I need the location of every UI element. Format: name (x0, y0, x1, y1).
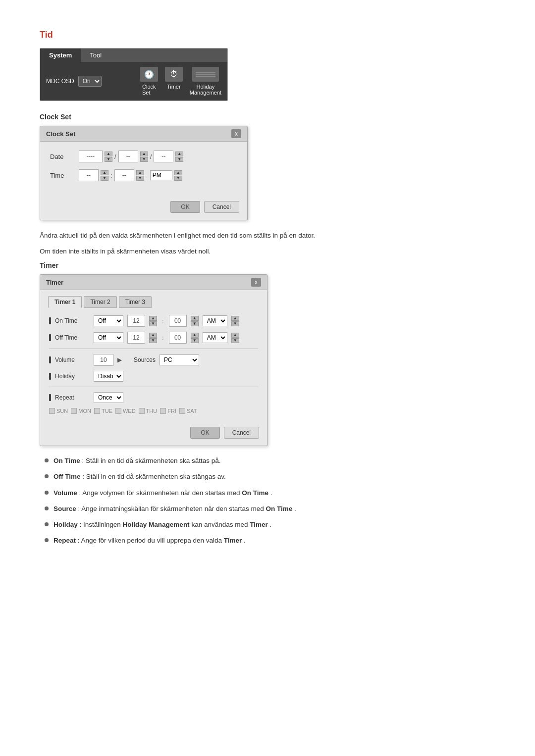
bullet-dot (45, 474, 49, 478)
date-spinner-group: ▲ ▼ / ▲ ▼ / ▲ ▼ (79, 151, 183, 162)
time-min-down[interactable]: ▼ (136, 176, 144, 181)
clock-set-cancel-button[interactable]: Cancel (204, 201, 239, 213)
off-ampm-spinner[interactable]: ▲ ▼ (231, 333, 239, 343)
time-ampm-down[interactable]: ▼ (174, 176, 182, 181)
time-ampm-input[interactable] (150, 170, 172, 180)
day-fri[interactable]: FRI (160, 408, 176, 414)
date-month-input[interactable] (118, 151, 138, 162)
date-month-down[interactable]: ▼ (140, 157, 148, 162)
timer-body: On Time Off On ▲ ▼ : ▲ ▼ AM PM ▲ ▼ (40, 308, 267, 423)
timer-tab-3[interactable]: Timer 3 (119, 296, 152, 308)
repeat-select[interactable]: Once Everyday Mon~Fri Mon~Sat Sat~Sun Ma… (94, 392, 123, 403)
date-day-up[interactable]: ▲ (175, 151, 183, 156)
date-day-spinner[interactable]: ▲ ▼ (175, 151, 183, 162)
on-hour-down[interactable]: ▼ (149, 321, 157, 326)
on-min-up[interactable]: ▲ (191, 316, 199, 321)
date-year-up[interactable]: ▲ (105, 151, 112, 156)
timer-tab-1[interactable]: Timer 1 (48, 296, 82, 308)
timer-tab-2[interactable]: Timer 2 (84, 296, 116, 308)
day-tue-checkbox[interactable] (94, 408, 100, 414)
off-hour-input[interactable] (127, 332, 145, 344)
date-year-down[interactable]: ▼ (105, 157, 112, 162)
on-min-down[interactable]: ▼ (191, 321, 199, 326)
time-hour-down[interactable]: ▼ (101, 176, 108, 181)
off-min-spinner[interactable]: ▲ ▼ (191, 333, 199, 343)
day-fri-checkbox[interactable] (160, 408, 166, 414)
bullet-text-volume: Volume : Ange volymen för skärmenheten n… (54, 488, 272, 498)
day-wed[interactable]: WED (115, 408, 136, 414)
date-day-down[interactable]: ▼ (175, 157, 183, 162)
day-mon-checkbox[interactable] (71, 408, 77, 414)
on-time-row: On Time Off On ▲ ▼ : ▲ ▼ AM PM ▲ ▼ (49, 315, 258, 327)
day-sun[interactable]: SUN (49, 408, 68, 414)
time-ampm-spinner[interactable]: ▲ ▼ (174, 170, 182, 181)
timer-tab-bar: Timer 1 Timer 2 Timer 3 (40, 290, 267, 308)
repeat-desc-post: . (244, 537, 246, 544)
sources-select[interactable]: PC HDMI (160, 354, 199, 365)
on-ampm-down[interactable]: ▼ (231, 321, 239, 326)
timer-close-button[interactable]: x (251, 278, 261, 287)
time-hour-spinner[interactable]: ▲ ▼ (101, 170, 108, 181)
on-ampm-up[interactable]: ▲ (231, 316, 239, 321)
time-label: Time (50, 172, 75, 179)
date-row: Date ▲ ▼ / ▲ ▼ / ▲ ▼ (50, 151, 237, 162)
repeat-row: Repeat Once Everyday Mon~Fri Mon~Sat Sat… (49, 392, 258, 403)
time-min-spinner[interactable]: ▲ ▼ (136, 170, 144, 181)
off-min-down[interactable]: ▼ (191, 338, 199, 343)
on-hour-input[interactable] (127, 315, 145, 327)
bullet-item-repeat: Repeat : Ange för vilken period du vill … (45, 536, 495, 546)
day-thu[interactable]: THU (139, 408, 158, 414)
on-min-input[interactable] (169, 315, 187, 327)
time-min-up[interactable]: ▲ (136, 170, 144, 175)
off-min-input[interactable] (169, 332, 187, 344)
on-time-select[interactable]: Off On (94, 315, 123, 326)
day-tue[interactable]: TUE (94, 408, 112, 414)
off-ampm-select[interactable]: AM PM (203, 332, 227, 343)
time-ampm-up[interactable]: ▲ (174, 170, 182, 175)
on-hour-spinner[interactable]: ▲ ▼ (149, 316, 157, 326)
day-wed-checkbox[interactable] (115, 408, 121, 414)
bullet-dot (45, 538, 49, 542)
date-month-spinner[interactable]: ▲ ▼ (140, 151, 148, 162)
clock-set-ok-button[interactable]: OK (170, 201, 200, 213)
on-hour-up[interactable]: ▲ (149, 316, 157, 321)
clock-set-close-button[interactable]: x (231, 129, 241, 138)
off-time-select[interactable]: Off On (94, 332, 123, 343)
mdc-tab-system[interactable]: System (40, 49, 81, 62)
off-ampm-down[interactable]: ▼ (231, 338, 239, 343)
on-ampm-select[interactable]: AM PM (203, 315, 227, 326)
date-month-up[interactable]: ▲ (140, 151, 148, 156)
holiday-bold: Holiday (54, 521, 78, 528)
off-hour-spinner[interactable]: ▲ ▼ (149, 333, 157, 343)
date-year-input[interactable] (79, 151, 103, 162)
on-min-spinner[interactable]: ▲ ▼ (191, 316, 199, 326)
volume-input[interactable] (94, 354, 113, 366)
timer-cancel-button[interactable]: Cancel (224, 427, 259, 439)
volume-desc-post: . (270, 489, 272, 497)
mdc-clock-set-icon[interactable]: 🕐 ClockSet (140, 67, 158, 96)
time-hour-up[interactable]: ▲ (101, 170, 108, 175)
off-hour-down[interactable]: ▼ (149, 338, 157, 343)
date-year-spinner[interactable]: ▲ ▼ (105, 151, 112, 162)
day-sat[interactable]: SAT (179, 408, 197, 414)
holiday-desc-post: . (270, 521, 272, 528)
time-hour-input[interactable] (79, 169, 99, 181)
mdc-timer-icon[interactable]: ⏱ Timer (165, 67, 183, 96)
time-min-input[interactable] (114, 169, 134, 181)
off-hour-up[interactable]: ▲ (149, 333, 157, 338)
day-mon[interactable]: MON (71, 408, 91, 414)
mdc-tab-tool[interactable]: Tool (81, 49, 110, 62)
timer-ok-button[interactable]: OK (190, 427, 219, 439)
day-mon-label: MON (78, 408, 91, 414)
holiday-select[interactable]: Disable Enable (94, 371, 123, 382)
on-ampm-spinner[interactable]: ▲ ▼ (231, 316, 239, 326)
clock-set-sublabel: Clock Set (40, 113, 495, 121)
mdc-osd-select[interactable]: On Off (78, 76, 102, 87)
date-day-input[interactable] (154, 151, 173, 162)
day-sun-checkbox[interactable] (49, 408, 55, 414)
day-thu-checkbox[interactable] (139, 408, 145, 414)
mdc-holiday-icon[interactable]: HolidayManagement (190, 67, 221, 96)
off-ampm-up[interactable]: ▲ (231, 333, 239, 338)
off-min-up[interactable]: ▲ (191, 333, 199, 338)
day-sat-checkbox[interactable] (179, 408, 185, 414)
